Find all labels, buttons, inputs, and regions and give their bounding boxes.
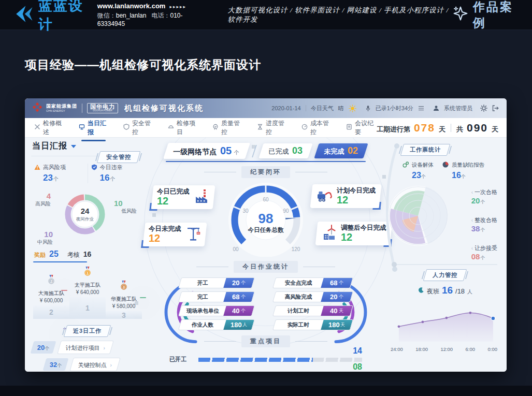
document-icon xyxy=(346,124,352,131)
team-ranking-podium: 2 大海施工队 ¥ 600,000 2 1 太平施工队 ¥ 640,000 1 … xyxy=(31,267,144,319)
exit-icon[interactable] xyxy=(492,105,499,111)
factory-icon xyxy=(194,188,209,206)
assess-tab[interactable]: 考核 xyxy=(67,251,80,259)
podium-second: 2 大海施工队 ¥ 600,000 2 xyxy=(33,275,69,319)
moon-icon xyxy=(418,286,424,296)
tab-label: 检修项目 xyxy=(177,119,197,137)
stat-chip-actual-hours: 实际工时180天 xyxy=(272,319,353,330)
assess-value: 16 xyxy=(83,250,92,258)
high-risk-stat: 高风险项 23个 xyxy=(31,164,88,183)
org-group-sub: CHN ENERGY xyxy=(46,109,77,112)
cost-gauge-icon xyxy=(301,124,308,131)
today-task-gauge: 30 60 90 00 120 98 今日任务总数 xyxy=(217,179,315,257)
network-node-summary: 一级网络节点 05 个 已完成 03 未完成 02 xyxy=(166,143,366,162)
recent-item-control-points[interactable]: 32个 关键控制点› xyxy=(45,358,144,371)
svg-text:98: 98 xyxy=(258,211,274,226)
stat-chip-high-risk-done: 高风险完成20个 xyxy=(272,291,353,302)
svg-text:00: 00 xyxy=(233,246,239,252)
stat-label: 今日违章 xyxy=(100,164,123,171)
recent-work-badge: 近3日工作 xyxy=(64,325,111,337)
violation-stat: 今日违章 16个 xyxy=(88,164,145,183)
total-days: 090 xyxy=(467,122,488,134)
stat-chip-started: 开工20个 xyxy=(178,277,255,288)
lanlan-logo-icon xyxy=(13,4,34,26)
svg-text:1: 1 xyxy=(87,271,89,275)
total-unit: 天 xyxy=(492,125,498,134)
tab-label: 成本管控 xyxy=(310,119,331,137)
reward-tab[interactable]: 奖励 xyxy=(34,251,46,259)
daily-report-dropdown[interactable]: 当日汇报 xyxy=(31,141,144,152)
left-panel: 当日汇报 安全管控 高风险项 23个 今日违章 xyxy=(31,141,144,372)
gear-icon[interactable] xyxy=(480,105,487,112)
warning-icon xyxy=(34,164,40,171)
sun-icon xyxy=(349,105,356,112)
period-prefix: 工期进行第 xyxy=(377,125,410,134)
podium-step: 1 xyxy=(69,297,106,319)
tab-label: 进度管控 xyxy=(266,119,286,137)
podium-third: 3 华夏施工队 ¥ 580,000 3 xyxy=(106,281,142,319)
date-text: 2020-01-14 xyxy=(271,105,300,111)
donut-label-mid-risk: 10 中风险 xyxy=(37,230,53,245)
reward-value: 25 xyxy=(49,250,59,259)
tab-cost[interactable]: 成本管控 xyxy=(300,114,332,141)
minutes-loop-header: 纪要闭环 xyxy=(147,166,384,178)
quality-first-pass: ‹一次合格 20个 xyxy=(471,186,497,206)
left-panel-title: 当日汇报 xyxy=(32,141,67,152)
bronze-medal-icon: 3 xyxy=(119,285,128,294)
topbar-status-area: 2020-01-14 今日天气 晴 已录1小时34分 系统管理员 xyxy=(271,105,499,112)
shift-line-chart: 24:00 18:00 12:00 6:00 0:00 xyxy=(386,297,504,352)
stat-unit: 个 xyxy=(461,174,466,179)
silver-medal-icon: 2 xyxy=(47,280,56,288)
work-ticket-badge: 工作票统计 xyxy=(400,144,451,156)
user-role[interactable]: 系统管理员 xyxy=(444,105,472,112)
center-panel: 一级网络节点 05 个 已完成 03 未完成 02 xyxy=(147,138,384,372)
tab-daily-report[interactable]: 当日汇报 xyxy=(78,114,109,141)
tab-progress[interactable]: 进度管控 xyxy=(256,114,287,141)
stat-chip-planned-hours: 计划工时40天 xyxy=(272,305,353,316)
active-tab-underline xyxy=(33,261,87,262)
donut-label-low-risk: 10 低风险 xyxy=(114,199,137,214)
logo-text: 蓝蓝设计 xyxy=(38,0,89,34)
progress-bar xyxy=(198,358,362,362)
org-group-name: 国家能源集团 xyxy=(46,104,77,109)
tab-overview[interactable]: 检修概述 xyxy=(33,114,65,141)
tower-crane-icon xyxy=(185,226,201,243)
recent-item-planned[interactable]: 20个 计划进行项目› xyxy=(32,341,144,354)
section-pill: 今日作业统计 xyxy=(234,261,298,273)
stat-chip-safety-points: 安全点完成68个 xyxy=(272,277,353,288)
tab-projects[interactable]: 检修项目 xyxy=(167,114,198,141)
stat-value: 16 xyxy=(100,173,110,183)
stat-chip-finished: 完工68个 xyxy=(178,291,255,302)
divider xyxy=(451,124,451,132)
lanlan-logo[interactable]: 蓝蓝设计 xyxy=(13,0,89,34)
org-sub: GUOHUA POWER xyxy=(90,110,115,112)
svg-text:24: 24 xyxy=(81,207,90,215)
project-period: 工期进行第 078 天 共 090 天 xyxy=(377,122,498,134)
list-icon[interactable] xyxy=(418,106,424,111)
card-undone-today: 今日未完成12 xyxy=(143,223,207,246)
stat-value: 23 xyxy=(43,173,53,183)
svg-text:120: 120 xyxy=(292,246,300,252)
slash-divider xyxy=(252,145,257,157)
microphone-icon[interactable] xyxy=(365,105,371,112)
key-project-started-row: 已开工 14 xyxy=(169,356,362,363)
underline-decoration xyxy=(166,161,366,162)
right-panel: 工作票统计 设备解体 23个 质量缺陷报告 16个 xyxy=(386,138,504,352)
portfolio-link[interactable]: 作品案例 xyxy=(453,0,519,31)
tab-safety[interactable]: 安全管控 xyxy=(122,114,154,141)
org-group: 国家能源集团 CHN ENERGY xyxy=(46,104,77,112)
section-pill: 重点项目 xyxy=(241,335,290,347)
safety-stats: 高风险项 23个 今日违章 16个 xyxy=(31,164,144,183)
team-amount: ¥ 600,000 xyxy=(33,298,69,303)
svg-text:2: 2 xyxy=(50,280,52,283)
tab-quality[interactable]: 质量管控 xyxy=(211,114,243,141)
page-title: 项目经验——机组检修可视化系统界面设计 xyxy=(25,57,261,73)
tab-minutes[interactable]: 会议纪要 xyxy=(345,114,377,141)
services-list: 大数据可视化设计 / 软件界面设计 / 网站建设 / 手机及小程序设计 / 软件… xyxy=(228,6,453,24)
team-name: 华夏施工队 xyxy=(106,296,142,303)
helmet-icon xyxy=(168,124,174,131)
stat-label: 质量缺陷报告 xyxy=(452,162,484,169)
stat-unit: 个 xyxy=(110,176,115,182)
user-icon xyxy=(433,105,439,111)
bar-value: 14 xyxy=(353,346,362,356)
